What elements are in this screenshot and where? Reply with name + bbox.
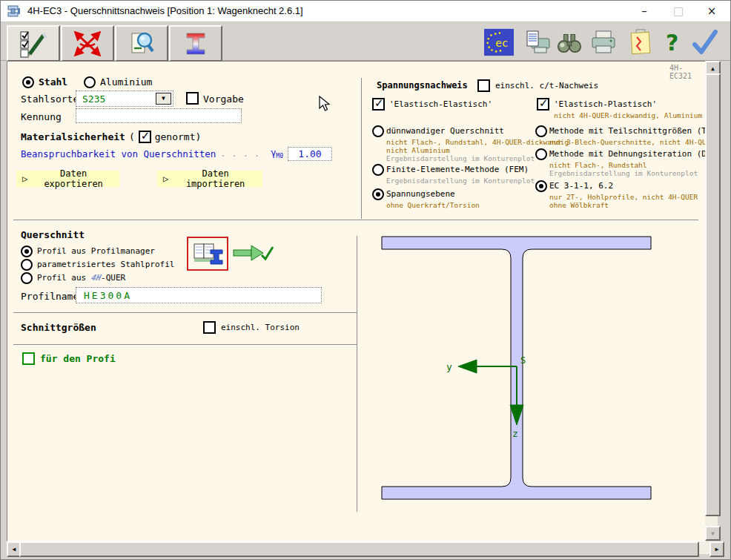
horizontal-scroll-thumb[interactable] [19,541,699,557]
notes-icon [626,28,655,56]
triangle-icon: ▷ [22,174,27,184]
druckliste-button[interactable] [523,27,552,57]
profilmanager-label: Profil aus Profilmanager [37,246,155,256]
profi-checkbox[interactable] [22,352,35,365]
drucken-button[interactable] [589,27,618,57]
hilfe-button[interactable]: ? [663,27,684,57]
tab-druckliste-vorschau[interactable] [115,25,168,62]
ec-flag-icon: ec [484,28,514,56]
radio-aus-4hquer[interactable] [21,272,33,284]
eurocode-button[interactable]: ec [484,27,514,57]
radio-div[interactable] [535,148,547,160]
tab-schnittgroessen[interactable] [61,25,114,62]
horizontal-scrollbar[interactable]: ◀ ▶ [7,541,724,554]
daten-exportieren-label: Daten exportieren [33,168,113,189]
elastisch-elastisch-checkbox[interactable] [372,98,385,111]
parametrisiert-label: parametrisiertes Stahlprofil [37,260,174,269]
elastisch-plastisch-checkbox[interactable] [537,98,549,111]
genormt-label: genormt) [155,131,202,142]
torsion-checkbox[interactable] [203,321,216,334]
elastisch-plastisch-label: 'Elastisch-Plastisch' [554,99,657,109]
origin-label: S [520,355,526,366]
dotted-leader: . . . . . . . . . . . . . [220,149,266,159]
elastisch-elastisch-label: 'Elastisch-Elastisch' [389,99,492,109]
stahlsorte-value: S235 [82,93,105,105]
minimize-button[interactable]: – [632,3,656,19]
bestaetigen-button[interactable] [690,27,720,57]
triangle-icon: ▷ [163,174,168,184]
duennwandig-note3: Ergebnisdarstellung im Konturenplot [386,154,535,162]
maximize-button[interactable]: □ [666,3,690,19]
scroll-right-icon[interactable]: ▶ [710,541,724,557]
beanspruchbarkeit-label: Beanspruchbarkeit von Querschnitten [21,148,216,159]
gamma-symbol: γM0 [271,148,283,159]
materialsicherheit-label: Materialsicherheit [21,131,125,142]
notizen-button[interactable] [626,27,655,57]
page-code: 4H-EC321 [669,64,705,80]
ct-nachweis-label: einschl. c/t-Nachweis [495,81,598,90]
profile-book-icon [191,241,224,266]
radio-profilmanager[interactable] [21,246,33,257]
aus-4hquer-label: Profil aus 4H-QUER [37,273,125,283]
gamma-value-field[interactable]: 1.00 [288,147,332,161]
titlebar: 4H-EC3 - Querschnittsnachweis [Position … [1,1,730,22]
tab-nachweis-settings[interactable] [7,25,60,62]
duennwandig-note1: nicht Flach-, Rundstahl, 4H-QUER-dickwan… [386,138,569,146]
app-window: { "window": { "title": "4H-EC3 - Quersch… [0,0,731,560]
scroll-down-icon[interactable]: ▼ [705,526,721,541]
profilname-field[interactable]: HE300A [76,287,322,303]
radio-spannungsebene[interactable] [372,188,384,200]
divider-querschnitt [13,312,357,313]
genormt-checkbox[interactable] [139,131,151,143]
vorgabe-checkbox[interactable] [186,92,199,105]
vertical-scroll-thumb[interactable] [705,73,721,516]
divider-top-vertical [361,78,362,219]
radio-ec62[interactable] [535,180,547,192]
y-axis-label: y [446,361,452,372]
tsv-label: Methode mit Teilschnittgrößen (TSV) [549,126,721,136]
profi-label: für den Profi [40,353,116,364]
radio-aluminium[interactable] [84,76,96,88]
torsion-label: einschl. Torsion [221,323,300,332]
radio-stahl-label: Stahl [39,76,67,88]
document-magnifier-icon [127,30,156,58]
help-icon: ? [664,28,683,56]
duennwandig-label: dünnwandiger Querschnitt [386,126,504,136]
radio-duennwandiger-querschnitt[interactable] [372,125,384,137]
divider-schnittgroessen [13,344,357,345]
apply-arrow-check-icon[interactable] [232,243,275,263]
window-title: 4H-EC3 - Querschnittsnachweis [Position … [27,5,303,16]
daten-importieren-label: Daten importieren [174,168,257,189]
toolbar: ec [1,22,730,61]
red-arrows-icon [73,30,102,58]
ec62-label: EC 3-1-1, 6.2 [549,181,613,191]
profilmanager-button[interactable] [187,237,228,271]
suchen-button[interactable] [555,27,584,57]
radio-stahl[interactable] [22,76,34,88]
paren-open: ( [129,131,135,142]
div-label: Methode mit Dehnungsiteration (DIV) [549,149,721,159]
close-button[interactable]: × [700,3,724,19]
print-document-icon [523,28,552,56]
radio-fem[interactable] [372,164,384,176]
tab-querschnitt-spannungen[interactable] [169,25,222,62]
vorgabe-label: Vorgabe [203,93,244,105]
checklist-pen-icon [19,30,48,58]
z-axis-label: z [512,428,518,439]
divider-middle [13,220,698,220]
stahlsorte-dropdown[interactable]: S235 ▼ [76,90,173,107]
ct-nachweis-checkbox[interactable] [477,79,490,92]
confirm-check-icon [690,28,720,56]
radio-tsv[interactable] [535,125,547,137]
dropdown-arrow-icon[interactable]: ▼ [156,93,171,105]
app-icon [7,5,24,17]
stahlsorte-label: Stahlsorte [21,93,79,105]
schnittgroessen-heading: Schnittgrößen [21,322,96,333]
spannungsebene-label: Spannungsebene [386,189,455,199]
radio-parametrisiert[interactable] [21,259,33,271]
vertical-scrollbar[interactable]: ▲ ▼ [705,61,718,541]
duennwandig-note2: nicht Aluminium [386,146,450,154]
kennung-input[interactable] [76,108,242,123]
daten-exportieren-button[interactable]: ▷ Daten exportieren [16,171,119,187]
daten-importieren-button[interactable]: ▷ Daten importieren [157,171,262,187]
